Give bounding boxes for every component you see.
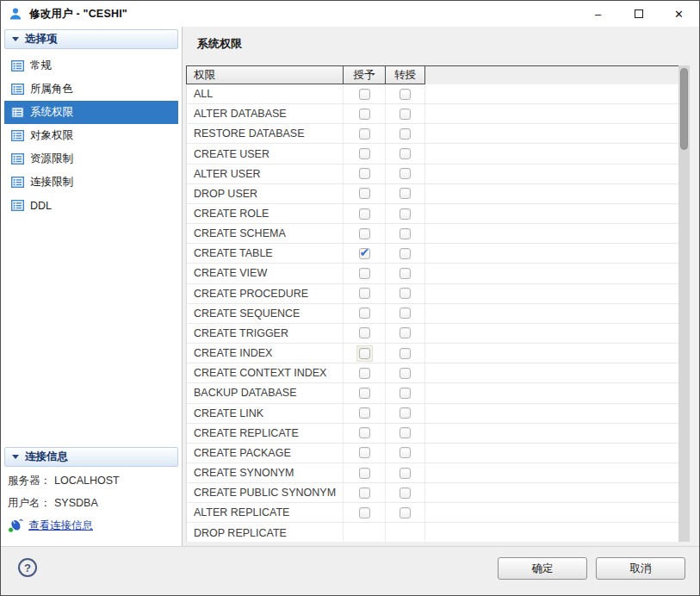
grant-checkbox[interactable] (359, 188, 370, 199)
table-row[interactable]: ALTER REPLICATE (187, 503, 678, 523)
regrant-checkbox[interactable] (400, 89, 411, 100)
grant-checkbox[interactable] (359, 109, 370, 120)
regrant-checkbox[interactable] (400, 468, 411, 479)
sidebar-item[interactable]: 对象权限 (4, 124, 178, 147)
table-row[interactable]: DROP REPLICATE (187, 523, 678, 542)
row-filler (425, 324, 678, 343)
select-section-header[interactable]: 选择项 (4, 29, 178, 49)
regrant-checkbox[interactable] (400, 228, 411, 239)
minimize-button[interactable]: – (578, 1, 618, 27)
grant-checkbox[interactable] (359, 407, 370, 419)
close-button[interactable]: ✕ (659, 1, 699, 27)
regrant-checkbox[interactable] (400, 487, 411, 499)
table-row[interactable]: CREATE PROCEDURE (187, 284, 678, 304)
column-header-privilege[interactable]: 权限 (186, 66, 344, 84)
privilege-name: DROP REPLICATE (187, 523, 344, 542)
table-row[interactable]: CREATE INDEX (187, 344, 678, 363)
regrant-checkbox[interactable] (400, 427, 411, 438)
regrant-checkbox[interactable] (400, 368, 411, 379)
grant-checkbox[interactable] (359, 148, 370, 159)
sidebar-item[interactable]: 所属角色 (4, 78, 178, 101)
regrant-cell (386, 84, 425, 103)
grant-checkbox[interactable] (359, 447, 370, 458)
regrant-checkbox[interactable] (400, 128, 411, 140)
grant-checkbox[interactable] (359, 168, 370, 179)
grant-checkbox[interactable] (359, 468, 370, 479)
table-row[interactable]: CREATE ROLE (187, 204, 678, 224)
regrant-checkbox[interactable] (400, 348, 411, 359)
table-row[interactable]: ALL (187, 84, 678, 104)
sidebar-item[interactable]: 系统权限 (4, 101, 178, 124)
regrant-checkbox[interactable] (400, 148, 411, 159)
grant-checkbox[interactable] (359, 427, 370, 438)
cancel-button[interactable]: 取消 (596, 557, 685, 580)
sidebar-item[interactable]: 资源限制 (4, 147, 178, 171)
grant-checkbox[interactable] (359, 248, 370, 259)
grant-cell (344, 324, 386, 343)
view-connection-link[interactable]: 查看连接信息 (28, 518, 93, 533)
grant-checkbox[interactable] (359, 388, 370, 399)
grant-checkbox[interactable] (359, 327, 370, 338)
privilege-name: CREATE USER (187, 144, 344, 163)
table-row[interactable]: CREATE PUBLIC SYNONYM (187, 483, 678, 503)
regrant-checkbox[interactable] (400, 388, 411, 399)
vertical-scrollbar[interactable] (678, 65, 690, 542)
table-row[interactable]: RESTORE DATABASE (187, 124, 678, 144)
table-row[interactable]: CREATE REPLICATE (187, 424, 678, 444)
table-row[interactable]: ALTER USER (187, 165, 678, 184)
server-label: 服务器： (8, 474, 51, 488)
grant-checkbox[interactable] (359, 128, 370, 140)
table-row[interactable]: CREATE VIEW (187, 264, 678, 283)
table-row[interactable]: BACKUP DATABASE (187, 383, 678, 403)
table-row[interactable]: CREATE PACKAGE (187, 444, 678, 463)
table-row[interactable]: CREATE USER (187, 144, 678, 164)
table-row[interactable]: CREATE SYNONYM (187, 463, 678, 483)
regrant-checkbox[interactable] (400, 248, 411, 259)
grant-checkbox[interactable] (359, 307, 370, 319)
grant-checkbox[interactable] (359, 507, 370, 518)
sidebar-item[interactable]: 连接限制 (4, 171, 178, 194)
scrollbar-thumb[interactable] (680, 68, 688, 150)
table-row[interactable]: DROP USER (187, 184, 678, 204)
table-row[interactable]: CREATE SEQUENCE (187, 304, 678, 324)
grant-checkbox[interactable] (359, 368, 370, 379)
table-row[interactable]: CREATE TABLE (187, 244, 678, 264)
grant-checkbox[interactable] (359, 89, 370, 100)
grant-checkbox[interactable] (359, 208, 370, 220)
regrant-wrap (397, 265, 413, 282)
regrant-checkbox[interactable] (400, 268, 411, 279)
sidebar-item[interactable]: 常规 (4, 54, 178, 78)
table-row[interactable]: ALTER DATABASE (187, 104, 678, 124)
table-row[interactable]: CREATE TRIGGER (187, 324, 678, 344)
grant-wrap (356, 385, 373, 401)
grant-checkbox[interactable] (359, 487, 370, 499)
grant-checkbox[interactable] (359, 288, 370, 299)
table-row[interactable]: CREATE SCHEMA (187, 224, 678, 244)
grant-checkbox[interactable] (359, 348, 370, 359)
help-icon[interactable]: ? (18, 558, 37, 577)
grant-checkbox[interactable] (359, 268, 370, 279)
table-row[interactable]: CREATE CONTEXT INDEX (187, 363, 678, 383)
grant-wrap (356, 444, 373, 461)
row-filler (425, 463, 678, 482)
regrant-checkbox[interactable] (400, 327, 411, 338)
connection-section-header[interactable]: 连接信息 (4, 447, 178, 467)
regrant-checkbox[interactable] (400, 407, 411, 419)
regrant-checkbox[interactable] (400, 507, 411, 518)
regrant-checkbox[interactable] (400, 288, 411, 299)
sidebar-item[interactable]: DDL (4, 194, 178, 217)
column-header-regrant[interactable]: 转授 (386, 66, 425, 84)
maximize-button[interactable] (618, 1, 659, 27)
column-header-grant[interactable]: 授予 (344, 66, 386, 84)
regrant-checkbox[interactable] (400, 188, 411, 199)
regrant-checkbox[interactable] (400, 447, 411, 458)
regrant-checkbox[interactable] (400, 307, 411, 319)
row-filler (425, 184, 678, 203)
regrant-checkbox[interactable] (400, 168, 411, 179)
regrant-checkbox[interactable] (400, 208, 411, 220)
ok-button[interactable]: 确定 (498, 557, 587, 580)
table-row[interactable]: CREATE LINK (187, 404, 678, 424)
mouse-icon (8, 518, 23, 533)
regrant-checkbox[interactable] (400, 109, 411, 120)
grant-checkbox[interactable] (359, 228, 370, 239)
